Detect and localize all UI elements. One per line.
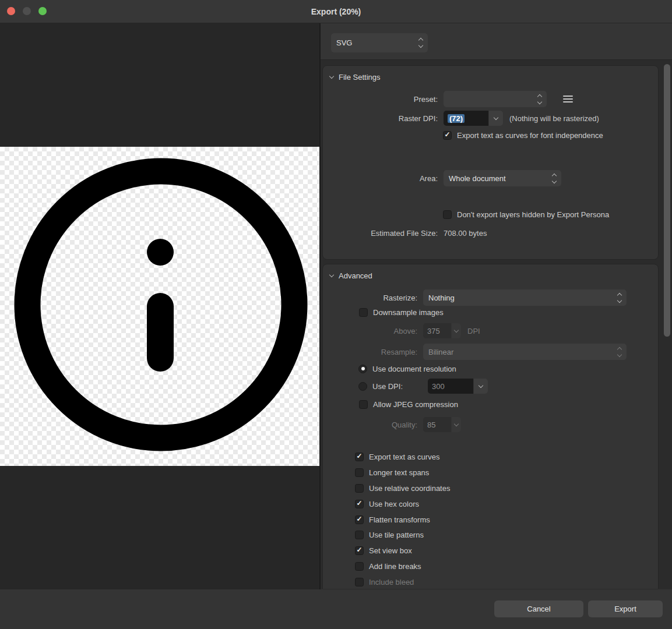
option-row: Set view box — [355, 545, 412, 556]
resample-select: Bilinear — [423, 344, 627, 360]
chevron-down-icon — [329, 73, 334, 78]
chevron-up-down-icon — [419, 38, 423, 47]
cancel-button[interactable]: Cancel — [494, 600, 583, 617]
dont-export-hidden-layers-checkbox[interactable] — [443, 210, 452, 219]
export-text-curves-font-checkbox[interactable] — [443, 131, 452, 140]
chevron-up-down-icon — [553, 174, 556, 183]
use-relative-coordinates-checkbox[interactable] — [355, 484, 364, 493]
chevron-up-down-icon — [618, 348, 621, 356]
titlebar: Export (20%) — [0, 0, 672, 23]
allow-jpeg-compression-checkbox[interactable] — [359, 400, 368, 409]
chevron-down-icon — [479, 383, 483, 388]
above-dpi-dropdown-button — [452, 323, 461, 338]
estimated-size-value: 708.00 bytes — [444, 229, 487, 238]
option-label: Export text as curves — [369, 453, 439, 461]
chevron-up-down-icon — [618, 294, 621, 302]
close-button[interactable] — [7, 7, 15, 15]
chevron-up-down-icon — [538, 95, 541, 104]
minimize-button[interactable] — [23, 7, 31, 15]
option-label: Use tile patterns — [369, 531, 424, 539]
downsample-images-label: Downsample images — [373, 308, 444, 317]
above-dpi-value: 375 — [423, 323, 451, 338]
chevron-down-icon — [454, 422, 459, 426]
quality-label: Quality: — [323, 420, 417, 429]
use-dpi-combo[interactable]: 300 — [428, 379, 488, 394]
option-row: Export text as curves — [355, 451, 439, 462]
option-row: Use hex colors — [355, 499, 419, 509]
include-bleed-checkbox — [355, 578, 364, 586]
rasterize-select-value: Nothing — [428, 294, 455, 302]
above-dpi-combo: 375 — [423, 323, 461, 338]
option-row: Flatten transforms — [355, 514, 430, 525]
option-label: Flatten transforms — [369, 515, 430, 524]
add-line-breaks-checkbox[interactable] — [355, 562, 364, 571]
option-row: Add line breaks — [355, 561, 421, 571]
rasterize-label: Rasterize: — [323, 294, 417, 302]
use-dpi-radio[interactable] — [358, 382, 367, 391]
option-label: Use hex colors — [369, 500, 419, 508]
use-hex-colors-checkbox[interactable] — [355, 500, 364, 508]
traffic-lights — [7, 7, 47, 15]
option-row: Use relative coordinates — [355, 483, 450, 493]
above-label: Above: — [323, 327, 417, 335]
section-title: Advanced — [339, 271, 372, 280]
use-document-resolution-radio[interactable] — [358, 365, 367, 373]
export-text-curves-font-label: Export text as curves for font independe… — [457, 131, 603, 140]
scrollbar-thumb[interactable] — [664, 64, 670, 337]
format-select[interactable]: SVG — [331, 33, 428, 52]
dialog-footer: Cancel Export — [0, 589, 672, 629]
format-select-value: SVG — [336, 38, 352, 47]
export-preview-canvas — [0, 147, 319, 466]
export-button[interactable]: Export — [588, 600, 663, 617]
option-label: Use relative coordinates — [369, 484, 450, 493]
use-dpi-label: Use DPI: — [372, 382, 423, 391]
preset-menu-icon[interactable] — [563, 96, 573, 103]
option-label: Set view box — [369, 546, 412, 555]
dont-export-hidden-layers-label: Don't export layers hidden by Export Per… — [457, 210, 609, 219]
preset-select[interactable] — [444, 91, 547, 107]
set-view-box-checkbox[interactable] — [355, 546, 364, 555]
settings-pane: SVG File Settings Preset: — [319, 23, 672, 589]
area-select[interactable]: Whole document — [444, 170, 561, 186]
quality-combo: 85 — [423, 417, 461, 432]
raster-dpi-dropdown-button[interactable] — [489, 111, 503, 126]
option-label: Include bleed — [369, 578, 414, 586]
use-dpi-value: 300 — [428, 379, 473, 394]
info-icon-artwork — [0, 147, 319, 466]
quality-value: 85 — [423, 417, 451, 432]
raster-dpi-note: (Nothing will be rasterized) — [509, 114, 599, 123]
settings-scroll-area: File Settings Preset: Raster DPI: (72) — [321, 60, 672, 589]
area-select-value: Whole document — [449, 174, 506, 183]
raster-dpi-value: (72) — [448, 114, 465, 123]
use-tile-patterns-checkbox[interactable] — [355, 531, 364, 539]
allow-jpeg-compression-label: Allow JPEG compression — [373, 400, 458, 409]
use-dpi-dropdown-button[interactable] — [474, 379, 488, 394]
window-title: Export (20%) — [0, 0, 672, 23]
export-text-as-curves-checkbox[interactable] — [355, 453, 364, 461]
option-label: Longer text spans — [369, 468, 429, 477]
section-title: File Settings — [339, 73, 381, 82]
chevron-down-icon — [454, 328, 459, 333]
advanced-section: Advanced Rasterize: Nothing Downsample i… — [322, 264, 659, 589]
flatten-transforms-checkbox[interactable] — [355, 515, 364, 524]
advanced-header[interactable]: Advanced — [330, 269, 372, 282]
raster-dpi-combo[interactable]: (72) — [444, 111, 503, 126]
rasterize-select[interactable]: Nothing — [423, 289, 627, 306]
downsample-images-checkbox[interactable] — [359, 308, 368, 317]
export-dialog: Export (20%) SVG — [0, 0, 672, 629]
file-settings-section: File Settings Preset: Raster DPI: (72) — [322, 65, 659, 260]
above-dpi-suffix: DPI — [467, 327, 480, 335]
preset-label: Preset: — [323, 95, 438, 104]
chevron-down-icon — [494, 115, 498, 120]
zoom-button[interactable] — [38, 7, 47, 15]
use-document-resolution-label: Use document resolution — [372, 365, 456, 373]
longer-text-spans-checkbox[interactable] — [355, 468, 364, 477]
resample-label: Resample: — [323, 348, 417, 356]
raster-dpi-label: Raster DPI: — [323, 114, 438, 123]
option-row: Include bleed — [355, 577, 414, 587]
resample-select-value: Bilinear — [428, 348, 453, 356]
file-settings-header[interactable]: File Settings — [330, 70, 381, 83]
area-label: Area: — [323, 174, 438, 183]
estimated-size-label: Estimated File Size: — [323, 229, 438, 238]
format-strip: SVG — [321, 23, 672, 60]
